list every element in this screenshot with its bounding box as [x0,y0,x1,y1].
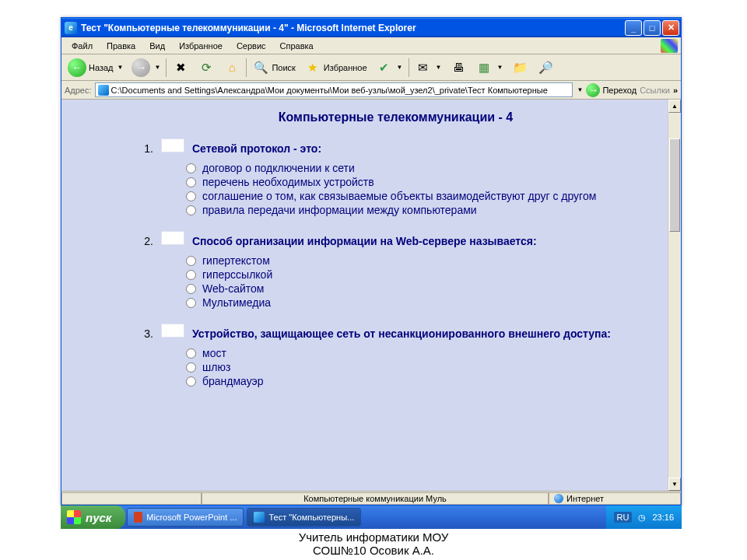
question: 1. Сетевой протокол - это:договор о подк… [139,138,652,217]
menubar: Файл Правка Вид Избранное Сервис Справка [61,37,681,54]
globe-icon [554,494,563,503]
taskbar: пуск Microsoft PowerPoint ... Тест "Комп… [61,506,682,529]
question-text: Способ организации информации на Web-сер… [192,235,537,247]
menu-favorites[interactable]: Избранное [174,40,228,52]
radio-button[interactable] [186,298,196,308]
option-text: гипертекстом [202,254,270,267]
mail-button[interactable]: ✉▼ [412,58,445,78]
scroll-down-button[interactable]: ▼ [668,478,681,491]
address-label: Адрес: [65,86,92,95]
answer-option[interactable]: гиперссылкой [186,268,652,282]
research-icon: 🔎 [537,59,554,76]
radio-button[interactable] [186,191,196,201]
close-button[interactable]: ✕ [662,20,679,36]
answer-option[interactable]: мост [186,346,652,360]
refresh-button[interactable]: ⟳ [195,58,218,78]
system-tray[interactable]: RU ◷ 23:16 [606,506,682,529]
home-button[interactable]: ⌂ [220,58,244,78]
maximize-button[interactable]: □ [644,20,661,36]
question-number: 3. [139,327,153,340]
option-text: мост [202,347,226,359]
option-text: договор о подключении к сети [202,162,355,174]
edit-button[interactable]: ▦▼ [472,58,506,78]
answer-option[interactable]: Мультимедиа [186,296,652,310]
question-text: Сетевой протокол - это: [192,142,321,155]
taskbar-ie[interactable]: Тест "Компьютерны... [247,508,361,527]
minimize-button[interactable]: _ [625,20,642,36]
question: 3. Устройство, защищающее сеть от несанк… [139,324,652,388]
option-text: соглашение о том, как связываемые объект… [202,190,596,202]
option-text: брандмауэр [202,375,264,387]
star-icon: ★ [304,59,321,76]
question: 2. Способ организации информации на Web-… [139,231,652,310]
menu-view[interactable]: Вид [144,40,170,52]
research-button[interactable]: 🔎 [534,58,557,78]
windows-logo-icon [67,510,81,524]
tray-icon[interactable]: ◷ [638,513,646,523]
answer-blank[interactable] [161,231,184,245]
taskbar-powerpoint[interactable]: Microsoft PowerPoint ... [127,508,244,527]
scroll-thumb[interactable] [669,138,680,232]
answer-option[interactable]: перечень необходимых устройств [186,175,652,189]
language-indicator[interactable]: RU [614,512,633,523]
search-icon: 🔍 [252,59,269,76]
answer-option[interactable]: Web-сайтом [186,282,652,296]
status-bar: Компьютерные коммуникации Муль Интернет [61,491,681,505]
home-icon: ⌂ [223,59,240,76]
mail-icon: ✉ [415,59,432,76]
answer-blank[interactable] [161,324,184,338]
radio-button[interactable] [186,362,196,373]
clock: 23:16 [652,513,674,522]
answer-option[interactable]: гипертекстом [186,254,652,268]
answer-option[interactable]: соглашение о том, как связываемые объект… [186,189,652,203]
radio-button[interactable] [186,284,196,294]
answer-option[interactable]: договор о подключении к сети [186,161,652,175]
option-text: гиперссылкой [202,268,272,281]
menu-tools[interactable]: Сервис [231,40,272,52]
vertical-scrollbar[interactable]: ▲ ▼ [668,100,681,491]
menu-file[interactable]: Файл [66,40,98,52]
page-icon [98,85,109,96]
forward-button[interactable]: → ▼ [128,58,163,78]
option-text: Web-сайтом [202,282,264,295]
radio-button[interactable] [186,163,196,173]
radio-button[interactable] [186,376,196,387]
back-button[interactable]: ← Назад ▼ [65,58,126,78]
radio-button[interactable] [186,177,196,187]
radio-button[interactable] [186,256,196,266]
radio-button[interactable] [186,205,196,215]
address-input[interactable]: C:\Documents and Settings\Александра\Мои… [95,82,573,97]
print-button[interactable]: 🖶 [447,58,470,78]
status-panel-left [61,492,202,505]
titlebar[interactable]: Тест "Компьютерные телекоммуникации - 4"… [61,18,681,37]
go-button[interactable]: → Переход [586,83,637,97]
history-button[interactable]: ✔▼ [373,58,406,78]
stop-button[interactable]: ✖ [169,58,192,78]
radio-button[interactable] [186,348,196,359]
forward-arrow-icon: → [132,58,150,77]
menu-help[interactable]: Справка [275,40,319,52]
history-icon: ✔ [376,59,393,76]
favorites-button[interactable]: ★Избранное [301,58,370,78]
question-number: 2. [139,235,153,247]
answer-option[interactable]: шлюз [186,360,652,374]
answer-option[interactable]: брандмауэр [186,374,652,388]
start-button[interactable]: пуск [61,506,125,529]
folder-button[interactable]: 📁 [508,58,531,78]
status-panel-center: Компьютерные коммуникации Муль [202,492,549,505]
option-text: правила передачи информации между компью… [202,204,477,216]
scroll-up-button[interactable]: ▲ [668,100,681,113]
print-icon: 🖶 [450,59,467,76]
question-number: 1. [139,142,153,155]
address-bar: Адрес: C:\Documents and Settings\Алексан… [61,81,681,100]
search-button[interactable]: 🔍Поиск [249,58,298,78]
answer-option[interactable]: правила передачи информации между компью… [186,203,652,217]
option-text: шлюз [202,361,230,373]
answer-blank[interactable] [161,138,184,152]
menu-edit[interactable]: Правка [101,40,141,52]
radio-button[interactable] [186,270,196,280]
ie-icon [65,22,77,34]
address-dropdown[interactable]: ▼ [577,86,584,93]
links-label[interactable]: Ссылки [640,86,670,95]
option-text: Мультимедиа [202,296,271,309]
